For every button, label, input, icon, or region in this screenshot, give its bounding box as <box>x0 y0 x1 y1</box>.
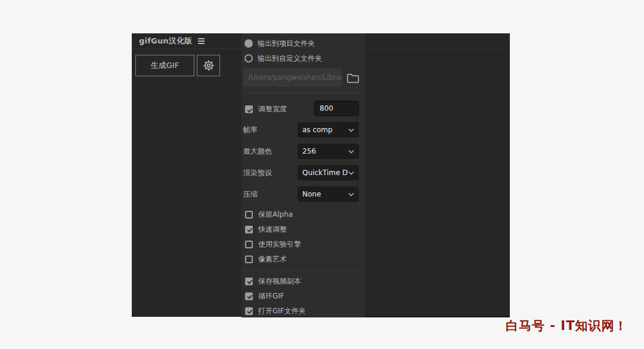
gifgun-window: gifGun汉化版 生成GIF 输出到项目文件夹 输出到自定义文件夹 <box>132 33 510 317</box>
main-panel: gifGun汉化版 生成GIF <box>132 33 242 317</box>
select-value: as comp <box>302 126 348 134</box>
checkbox-icon[interactable] <box>245 241 253 248</box>
render-preset-label: 渲染预设 <box>243 165 272 180</box>
compression-label: 压缩 <box>243 186 258 202</box>
chevron-down-icon <box>348 149 354 154</box>
checkbox-icon[interactable] <box>245 292 253 300</box>
settings-panel: 输出到项目文件夹 输出到自定义文件夹 /Users/pangweishen/Li… <box>242 33 365 317</box>
output-path-input[interactable]: /Users/pangweishen/Library/A <box>243 68 342 87</box>
checkbox-save-video-copy[interactable]: 保存视频副本 <box>242 277 365 285</box>
checkbox-icon[interactable] <box>245 226 253 233</box>
checkbox-label: 调整宽度 <box>258 104 287 114</box>
framerate-select[interactable]: as comp <box>298 122 359 138</box>
checkbox-open-gif-folder[interactable]: 打开GIF文件夹 <box>242 307 365 315</box>
preview-panel <box>365 33 510 317</box>
checkbox-label: 像素艺术 <box>258 254 287 264</box>
max-colors-row: 最大颜色 256 <box>242 144 365 159</box>
checkbox-label: 保留Alpha <box>258 210 293 220</box>
folder-icon <box>346 73 360 83</box>
checkbox-icon[interactable] <box>245 278 253 285</box>
window-title: gifGun汉化版 <box>139 36 192 46</box>
checkbox-icon[interactable] <box>245 105 253 113</box>
divider <box>243 93 364 94</box>
width-value-input[interactable] <box>314 101 359 116</box>
chevron-down-icon <box>348 192 354 197</box>
select-value: 256 <box>302 147 348 155</box>
checkbox-icon[interactable] <box>245 307 253 315</box>
chevron-down-icon <box>348 171 354 175</box>
page-background: gifGun汉化版 生成GIF 输出到项目文件夹 输出到自定义文件夹 <box>0 0 644 349</box>
render-preset-row: 渲染预设 QuickTime DV... <box>242 165 365 180</box>
radio-unselected-icon[interactable] <box>244 54 253 63</box>
checkbox-label: 打开GIF文件夹 <box>258 306 306 316</box>
checkbox-icon[interactable] <box>245 211 253 219</box>
compression-row: 压缩 None <box>242 186 365 202</box>
settings-gear-button[interactable] <box>197 55 220 76</box>
radio-output-custom[interactable]: 输出到自定义文件夹 <box>242 54 365 63</box>
compression-select[interactable]: None <box>298 186 359 202</box>
divider <box>243 270 364 271</box>
framerate-label: 帧率 <box>243 122 258 138</box>
select-value: None <box>302 190 348 198</box>
generate-gif-button[interactable]: 生成GIF <box>135 55 194 76</box>
render-preset-select[interactable]: QuickTime DV... <box>298 165 359 180</box>
titlebar-separator <box>365 49 510 50</box>
framerate-row: 帧率 as comp <box>242 122 365 138</box>
checkbox-loop-gif[interactable]: 循环GIF <box>242 292 365 300</box>
watermark-text: 白马号 - IT知识网！ <box>506 317 627 334</box>
output-path-row: /Users/pangweishen/Library/A <box>242 68 365 87</box>
adjust-width-row: 调整宽度 <box>242 101 365 116</box>
browse-folder-button[interactable] <box>346 73 360 83</box>
select-value: QuickTime DV... <box>302 169 348 177</box>
chevron-down-icon <box>348 128 354 132</box>
radio-label: 输出到项目文件夹 <box>258 39 315 49</box>
title-bar: gifGun汉化版 <box>132 33 242 49</box>
checkbox-label: 循环GIF <box>258 291 284 301</box>
checkbox-icon[interactable] <box>245 255 253 263</box>
checkbox-label: 使用实验引擎 <box>258 239 301 250</box>
hamburger-menu-icon[interactable] <box>198 38 205 44</box>
max-colors-select[interactable]: 256 <box>298 144 359 159</box>
checkbox-quick-adjust[interactable]: 快速调整 <box>242 225 365 233</box>
max-colors-label: 最大颜色 <box>243 144 272 159</box>
radio-selected-icon[interactable] <box>244 39 253 48</box>
checkbox-label: 保存视频副本 <box>258 276 301 286</box>
radio-label: 输出到自定义文件夹 <box>258 54 322 64</box>
checkbox-experimental-engine[interactable]: 使用实验引擎 <box>242 240 365 248</box>
checkbox-pixel-art[interactable]: 像素艺术 <box>242 255 365 263</box>
gear-icon <box>202 59 215 72</box>
checkbox-keep-alpha[interactable]: 保留Alpha <box>242 210 365 219</box>
radio-output-project[interactable]: 输出到项目文件夹 <box>242 39 365 48</box>
checkbox-label: 快速调整 <box>258 225 287 235</box>
adjust-width-checkbox-row[interactable]: 调整宽度 <box>245 104 287 114</box>
